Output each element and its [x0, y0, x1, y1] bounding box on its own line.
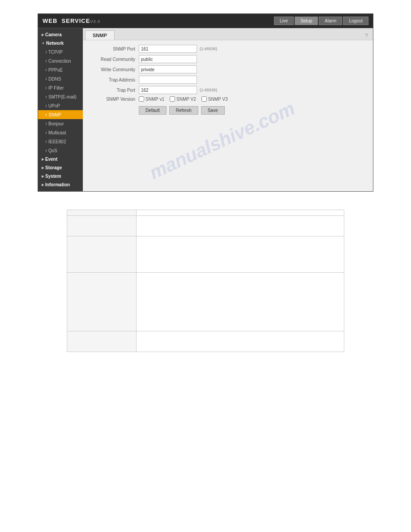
snmp-port-row: SNMP Port (1-65535) [90, 45, 366, 53]
save-button[interactable]: Save [201, 106, 225, 115]
snmp-v3-checkbox[interactable] [201, 96, 207, 102]
app-logo: WEB SERVICEV3.0 [43, 17, 100, 24]
table-cell-right-3 [137, 273, 344, 331]
sidebar-item-qos-label: QoS [48, 148, 57, 153]
table-row [67, 216, 344, 236]
sidebar-section-event[interactable]: Event [38, 155, 83, 163]
trap-port-input[interactable] [139, 86, 197, 94]
sidebar-item-upnp[interactable]: UPnP [38, 101, 83, 110]
panel-body: Camera Network TCP/IP Connection PPPoE D… [38, 28, 373, 191]
snmp-version-row: SNMP Version SNMP v1 SNMP V2 [90, 96, 366, 102]
sidebar-item-bonjour-label: Bonjour [48, 121, 64, 126]
table-cell-left-3 [67, 273, 136, 331]
sidebar-item-ddns-label: DDNS [48, 77, 61, 82]
sidebar-item-pppoe-label: PPPoE [48, 68, 63, 73]
trap-port-label: Trap Port [90, 88, 139, 93]
sidebar-item-tcpip-label: TCP/IP [48, 50, 63, 55]
sidebar-item-upnp-label: UPnP [48, 103, 60, 108]
snmp-v2-option[interactable]: SNMP V2 [170, 96, 196, 102]
sidebar-item-ipfilter-label: IP Filter [48, 86, 64, 90]
sidebar-item-tcpip[interactable]: TCP/IP [38, 47, 83, 56]
sidebar-section-camera[interactable]: Camera [38, 30, 83, 39]
sidebar-item-ieee802[interactable]: IEEE802 [38, 137, 83, 146]
read-community-row: Read Community [90, 55, 366, 63]
table-cell-right-4 [137, 331, 344, 352]
snmp-port-label: SNMP Port [90, 47, 139, 51]
sidebar-item-ipfilter[interactable]: IP Filter [38, 83, 83, 92]
sidebar-section-event-label: Event [45, 157, 57, 162]
snmp-version-checkboxes: SNMP v1 SNMP V2 SNMP V3 [139, 96, 228, 102]
live-button[interactable]: Live [274, 17, 294, 25]
sidebar-section-network[interactable]: Network [38, 39, 83, 47]
read-community-label: Read Community [90, 57, 139, 62]
table-cell-left-2 [67, 236, 136, 272]
snmp-v3-label: SNMP V3 [208, 97, 228, 102]
table-cell-right-2 [137, 236, 344, 272]
form-content: SNMP Port (1-65535) Read Community Write… [83, 40, 373, 119]
write-community-input[interactable] [139, 65, 197, 73]
sidebar-section-network-label: Network [46, 41, 64, 46]
alarm-button[interactable]: Alarm [319, 17, 342, 25]
snmp-v1-checkbox[interactable] [139, 96, 144, 102]
snmp-v1-option[interactable]: SNMP v1 [139, 96, 164, 102]
table-cell-left-1 [67, 216, 136, 236]
snmp-v2-checkbox[interactable] [170, 96, 175, 102]
table-row [67, 331, 344, 352]
form-buttons: Default Refresh Save [139, 106, 366, 115]
snmp-v1-label: SNMP v1 [146, 97, 164, 102]
refresh-button[interactable]: Refresh [169, 106, 198, 115]
help-icon[interactable]: ? [362, 31, 371, 40]
sidebar-section-system[interactable]: System [38, 172, 83, 180]
sidebar-item-snmp[interactable]: SNMP [38, 110, 83, 119]
app-version: V3.0 [90, 19, 100, 24]
data-table [67, 210, 344, 352]
table-header-col1 [67, 210, 137, 216]
write-community-row: Write Community [90, 65, 366, 73]
sidebar-item-pppoe[interactable]: PPPoE [38, 65, 83, 74]
tab-snmp[interactable]: SNMP [85, 30, 115, 40]
sidebar: Camera Network TCP/IP Connection PPPoE D… [38, 28, 83, 191]
sidebar-item-snmp-label: SNMP [48, 112, 61, 117]
web-service-panel: WEB SERVICEV3.0 Live Setup Alarm Logout … [38, 13, 373, 192]
sidebar-section-information-label: Information [45, 182, 70, 187]
default-button[interactable]: Default [139, 106, 167, 115]
sidebar-item-ddns[interactable]: DDNS [38, 74, 83, 83]
table-row [67, 273, 344, 331]
sidebar-item-smtp[interactable]: SMTP(E-mail) [38, 92, 83, 101]
trap-address-input[interactable] [139, 76, 197, 84]
table-cell-right-1 [137, 216, 344, 236]
snmp-version-label: SNMP Version [90, 97, 139, 102]
sidebar-item-multicast-label: Multicast [48, 130, 66, 135]
snmp-v3-option[interactable]: SNMP V3 [201, 96, 228, 102]
table-section [67, 210, 344, 352]
table-cell-left-4 [67, 331, 136, 352]
trap-port-hint: (1-65535) [200, 88, 217, 92]
trap-port-row: Trap Port (1-65535) [90, 86, 366, 94]
sidebar-section-storage-label: Storage [45, 165, 62, 170]
sidebar-section-system-label: System [45, 174, 61, 179]
snmp-port-input[interactable] [139, 45, 197, 53]
setup-button[interactable]: Setup [295, 17, 318, 25]
sidebar-item-smtp-label: SMTP(E-mail) [48, 94, 77, 99]
sidebar-item-connection[interactable]: Connection [38, 56, 83, 65]
trap-address-row: Trap Address [90, 76, 366, 84]
write-community-label: Write Community [90, 67, 139, 72]
read-community-input[interactable] [139, 55, 197, 63]
trap-address-label: Trap Address [90, 77, 139, 82]
snmp-port-hint: (1-65535) [200, 47, 217, 51]
logout-button[interactable]: Logout [343, 17, 368, 25]
nav-buttons: Live Setup Alarm Logout [274, 17, 368, 25]
sidebar-item-bonjour[interactable]: Bonjour [38, 119, 83, 128]
sidebar-item-multicast[interactable]: Multicast [38, 128, 83, 137]
sidebar-section-storage[interactable]: Storage [38, 163, 83, 172]
snmp-v2-label: SNMP V2 [176, 97, 196, 102]
sidebar-item-ieee802-label: IEEE802 [48, 139, 66, 144]
table-header-col2 [137, 210, 344, 216]
tab-bar: SNMP ? [83, 28, 373, 40]
sidebar-item-connection-label: Connection [48, 59, 71, 64]
panel-header: WEB SERVICEV3.0 Live Setup Alarm Logout [38, 14, 373, 28]
sidebar-item-qos[interactable]: QoS [38, 146, 83, 155]
sidebar-section-information[interactable]: Information [38, 180, 83, 189]
main-content: SNMP ? SNMP Port (1-65535) Read Communit… [83, 28, 373, 191]
sidebar-section-camera-label: Camera [45, 32, 62, 37]
